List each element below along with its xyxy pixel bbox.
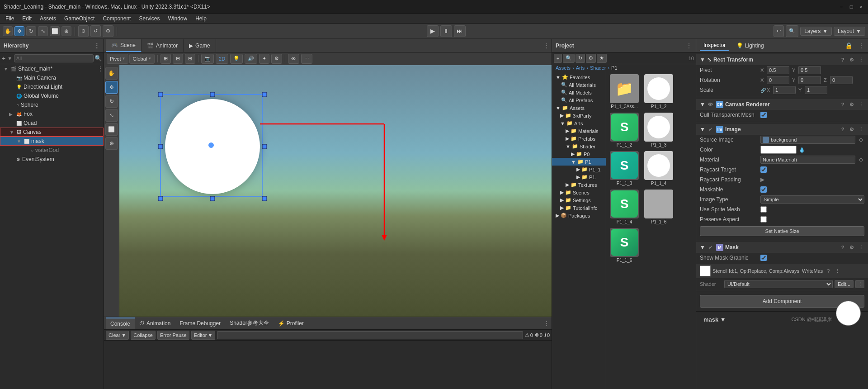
proj-item-s-4[interactable]: S P1_1_6 xyxy=(608,227,641,264)
shader-edit-btn[interactable]: Edit... xyxy=(835,280,854,288)
cr-eye-icon[interactable]: 👁 xyxy=(707,101,714,108)
proj-fav-prefabs[interactable]: 🔍 All Prefabs xyxy=(552,96,606,104)
editor-btn[interactable]: Editor ▼ xyxy=(191,331,216,340)
image-type-select[interactable]: Simple Sliced Tiled Filled xyxy=(760,195,864,204)
img-help-icon[interactable]: ? xyxy=(839,126,846,133)
console-search[interactable] xyxy=(217,331,523,339)
proj-tree-tutorial[interactable]: ▶ 📁 TutorialInfo xyxy=(552,204,606,212)
cr-help-icon[interactable]: ? xyxy=(839,101,846,108)
proj-tree-p1[interactable]: ▼ 📁 P1 xyxy=(552,158,606,166)
layers-dropdown[interactable]: Layers ▼ xyxy=(800,27,832,36)
rect-more-icon[interactable]: ⋮ xyxy=(857,56,864,63)
rect-transform-header[interactable]: ▼ ⤡ Rect Transform ? ⚙ ⋮ xyxy=(696,54,868,65)
transform-tool-btn[interactable]: ⊕ xyxy=(61,26,71,36)
hier-item-water-god[interactable]: ○ waterGod xyxy=(0,146,104,155)
game-tab[interactable]: ▶ Game xyxy=(184,39,216,52)
proj-item-circle-3[interactable]: P1_1_4 xyxy=(642,150,675,187)
more-btn[interactable]: ⋯ xyxy=(301,54,312,64)
hier-item-sphere[interactable]: ○ Sphere xyxy=(0,100,104,109)
canvas-renderer-header[interactable]: ▼ 👁 CR Canvas Renderer ? ⚙ ⋮ xyxy=(696,99,868,110)
collab-btn[interactable]: ↩ xyxy=(774,25,784,37)
project-options[interactable]: ⋮ xyxy=(686,42,692,49)
transform-gizmos-btn[interactable]: ⊞ xyxy=(185,54,195,64)
proj-star-btn[interactable]: ★ xyxy=(597,54,607,63)
scene-tab-options[interactable]: ⋮ xyxy=(543,42,550,49)
mask-help-icon[interactable]: ? xyxy=(839,244,846,251)
proj-tree-packages[interactable]: ▶ 📦 Packages xyxy=(552,212,606,219)
scale-tool[interactable]: ⤡ xyxy=(105,109,118,122)
global-btn[interactable]: Global ▼ xyxy=(129,54,155,64)
menu-gameobject[interactable]: GameObject xyxy=(61,14,98,23)
hier-item-shader-main[interactable]: ▼ 🎬 Shader_main* ⋮ xyxy=(0,64,104,73)
raycast-padding-expand[interactable]: ▶ xyxy=(760,176,764,183)
layout-dropdown[interactable]: Layout ▼ xyxy=(834,27,865,36)
snap-btn[interactable]: ⊟ xyxy=(173,54,183,64)
scale-tool-btn[interactable]: ⤡ xyxy=(38,26,48,36)
proj-tree-assets[interactable]: ▼ 📁 Assets xyxy=(552,104,606,112)
proj-item-gray[interactable]: P1_1_6 xyxy=(642,189,675,225)
source-image-ref[interactable]: background xyxy=(760,136,855,144)
hierarchy-search[interactable] xyxy=(14,54,94,62)
scale-x-input[interactable]: 1 xyxy=(773,86,796,94)
step-btn[interactable]: ⏭ xyxy=(454,25,466,37)
inspector-tab[interactable]: Inspector xyxy=(700,40,729,51)
cull-checkbox[interactable] xyxy=(760,112,767,118)
custom-tool[interactable]: ⊕ xyxy=(105,137,118,150)
inspector-options[interactable]: ⋮ xyxy=(858,42,864,49)
proj-settings-btn[interactable]: ⚙ xyxy=(586,54,596,63)
proj-tree-settings[interactable]: ▶ 📁 Settings xyxy=(552,196,606,204)
visibility-btn[interactable]: 👁 xyxy=(288,54,299,64)
audio-btn[interactable]: 🔊 xyxy=(245,54,257,64)
hier-item-main-camera[interactable]: 📷 Main Camera xyxy=(0,73,104,82)
console-tab[interactable]: Console xyxy=(106,318,135,329)
mask-eye-icon[interactable]: ✓ xyxy=(707,244,714,251)
hier-item-fox[interactable]: ▶ 🦊 Fox xyxy=(0,109,104,119)
scene-tab[interactable]: 🎮 Scene xyxy=(106,39,142,52)
proj-refresh-btn[interactable]: ↻ xyxy=(576,54,585,63)
hier-search-icon[interactable]: 🔍 xyxy=(94,55,102,62)
use-sprite-mesh-checkbox[interactable] xyxy=(760,206,767,213)
proj-tree-prefabs[interactable]: ▶ 📁 Prefabs xyxy=(552,135,606,142)
stencil-more-icon[interactable]: ⋮ xyxy=(834,267,841,275)
frame-debugger-tab[interactable]: Frame Debugger xyxy=(175,318,225,329)
rot-z-input[interactable]: 0 xyxy=(830,76,853,84)
color-picker[interactable] xyxy=(760,146,797,154)
proj-item-s-2[interactable]: S P1_1_3 xyxy=(608,150,641,187)
proj-item-folder[interactable]: 📁 P1_1_3Ass... xyxy=(608,73,641,110)
rect-tool-btn[interactable]: ⬜ xyxy=(50,26,60,36)
light-btn[interactable]: 💡 xyxy=(230,54,243,64)
shader-more-btn[interactable]: ⋮ xyxy=(855,280,864,288)
color-eyedropper[interactable]: 💧 xyxy=(798,146,806,153)
redo-btn[interactable]: ⚙ xyxy=(103,25,113,37)
mask-section-header[interactable]: ▼ ✓ M Mask ? ⚙ ⋮ xyxy=(696,242,868,253)
maskable-checkbox[interactable] xyxy=(760,186,767,193)
raycast-target-checkbox[interactable] xyxy=(760,166,767,173)
gizmos-btn[interactable]: ⚙ xyxy=(271,54,282,64)
inspector-lock-icon[interactable]: 🔒 xyxy=(845,42,853,49)
play-btn[interactable]: ▶ xyxy=(427,25,439,37)
shader-select[interactable]: UI/Default xyxy=(724,280,833,288)
menu-services[interactable]: Services xyxy=(135,14,163,23)
hier-add-btn[interactable]: + xyxy=(2,55,5,62)
proj-tree-materials[interactable]: ▶ 📁 Materials xyxy=(552,127,606,135)
camera-btn[interactable]: 📷 xyxy=(201,54,214,64)
hier-item-canvas[interactable]: ▼ 🖼 Canvas xyxy=(0,128,104,137)
profiler-tab[interactable]: ⚡ Profiler xyxy=(274,318,308,329)
img-settings-icon[interactable]: ⚙ xyxy=(848,126,855,133)
scale-y-input[interactable]: 1 xyxy=(805,86,827,94)
pivot-center-btn[interactable]: ⊙ xyxy=(78,25,89,37)
source-image-pick[interactable]: ⊙ xyxy=(857,136,864,143)
proj-tree-arts[interactable]: ▼ 📁 Arts xyxy=(552,119,606,127)
shader-ref-tab[interactable]: Shader参考大全 xyxy=(225,318,274,329)
maximize-btn[interactable]: □ xyxy=(848,4,854,10)
rect-settings-icon[interactable]: ⚙ xyxy=(848,56,855,63)
proj-add-btn[interactable]: + xyxy=(554,54,562,63)
pan-tool[interactable]: ✋ xyxy=(105,67,118,80)
error-pause-btn[interactable]: Error Pause xyxy=(157,331,189,340)
menu-help[interactable]: Help xyxy=(192,14,210,23)
proj-tree-favorites[interactable]: ▼ ⭐ Favorites xyxy=(552,73,606,81)
close-btn[interactable]: × xyxy=(858,4,864,10)
2d-btn[interactable]: 2D xyxy=(216,54,228,64)
pivot-btn[interactable]: Pivot ▼ xyxy=(107,54,128,64)
hier-item-options[interactable]: ⋮ xyxy=(97,65,104,72)
